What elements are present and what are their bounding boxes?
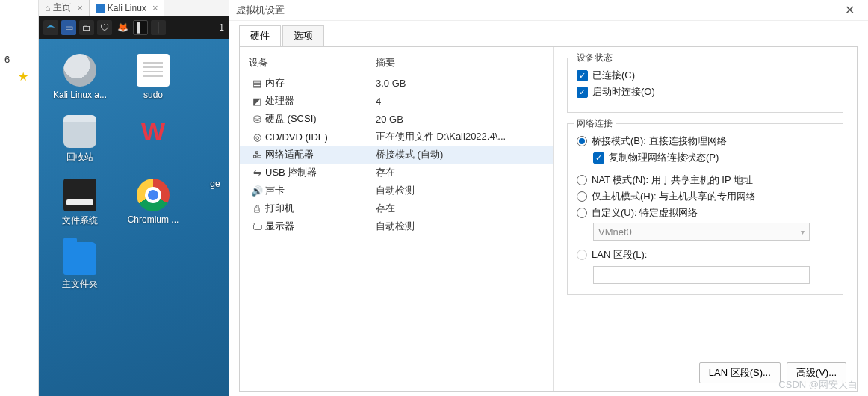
radio-custom[interactable] — [577, 208, 587, 218]
kali-taskbar: ▭ 🗀 🛡 🦊 ▌ │ 1 — [39, 16, 229, 39]
memory-icon: ▤ — [249, 78, 265, 89]
close-icon[interactable]: × — [77, 2, 83, 13]
close-icon[interactable]: × — [152, 2, 158, 13]
taskbar-terminal-icon[interactable]: ▌ — [133, 20, 148, 35]
taskbar-kali-icon[interactable] — [43, 20, 58, 35]
tab-options[interactable]: 选项 — [282, 25, 324, 46]
radio-lan-segment[interactable] — [577, 250, 587, 260]
group-title-state: 设备状态 — [574, 52, 616, 64]
label-hostonly: 仅主机模式(H): 与主机共享的专用网络 — [592, 190, 756, 203]
hardware-list: 设备 摘要 ▤内存3.0 GB ◩处理器4 ⛁硬盘 (SCSI)20 GB ◎C… — [240, 47, 554, 391]
desktop-icon-filesystem[interactable]: 文件系统 — [46, 179, 114, 227]
checkbox-connected[interactable]: ✓ — [577, 70, 588, 81]
desktop-icon-home[interactable]: 主文件夹 — [46, 242, 114, 291]
taskbar-clock: 1 — [219, 22, 224, 33]
group-title-network: 网络连接 — [574, 117, 616, 130]
checkbox-replicate-state[interactable]: ✓ — [593, 152, 604, 164]
checkbox-connect-poweron[interactable]: ✓ — [577, 87, 588, 98]
label-custom: 自定义(U): 特定虚拟网络 — [592, 206, 698, 220]
tab-home-label: 主页 — [53, 1, 71, 14]
cpu-icon: ◩ — [249, 96, 265, 107]
label-connected: 已连接(C) — [592, 69, 635, 82]
group-device-state: 设备状态 ✓已连接(C) ✓启动时连接(O) — [567, 58, 843, 113]
hardware-header: 设备 摘要 — [240, 53, 553, 74]
hw-row-display[interactable]: 🖵显示器自动检测 — [240, 217, 553, 235]
display-icon: 🖵 — [249, 221, 265, 232]
kali-desktop: ▭ 🗀 🛡 🦊 ▌ │ 1 Kali Linux a... sudo 回收站 W… — [39, 16, 229, 396]
label-nat: NAT 模式(N): 用于共享主机的 IP 地址 — [592, 173, 753, 187]
col-summary: 摘要 — [376, 56, 395, 69]
cd-icon: ◎ — [249, 132, 265, 143]
taskbar-sep-icon: │ — [151, 20, 166, 35]
taskbar-files-icon[interactable]: 🗀 — [79, 20, 94, 35]
taskbar-workspace-icon[interactable]: ▭ — [61, 20, 76, 35]
printer-icon: ⎙ — [249, 203, 265, 214]
radio-nat[interactable] — [577, 175, 587, 185]
star-icon[interactable]: ★ — [18, 69, 38, 84]
desktop-icon-sudo[interactable]: sudo — [120, 54, 187, 100]
hw-row-sound[interactable]: 🔊声卡自动检测 — [240, 182, 553, 199]
lan-segments-button[interactable]: LAN 区段(S)... — [699, 362, 781, 383]
group-network-connection: 网络连接 桥接模式(B): 直接连接物理网络 ✓复制物理网络连接状态(P) NA… — [567, 123, 843, 295]
desktop-icon-wcut[interactable]: W — [120, 115, 187, 164]
desktop-icon-trash[interactable]: 回收站 — [46, 115, 114, 164]
desktop-icon-kali-iso[interactable]: Kali Linux a... — [46, 54, 114, 100]
left-side-pane: 6 ★ — [0, 0, 39, 396]
disk-icon: ⛁ — [249, 114, 265, 125]
watermark: CSDN @网安大白 — [778, 378, 858, 392]
desktop-icon-chromium[interactable]: Chromium ... — [120, 179, 187, 227]
vm-settings-dialog: 虚拟机设置 ✕ 硬件 选项 设备 摘要 ▤内存3.0 GB ◩处理器4 ⛁硬盘 … — [229, 0, 868, 396]
dialog-titlebar: 虚拟机设置 ✕ — [229, 0, 868, 21]
kali-icon — [96, 4, 105, 13]
hw-row-printer[interactable]: ⎙打印机存在 — [240, 199, 553, 217]
tab-home[interactable]: ⌂ 主页 × — [39, 0, 90, 16]
dialog-title: 虚拟机设置 — [236, 4, 285, 17]
col-device: 设备 — [249, 56, 376, 69]
close-icon[interactable]: ✕ — [839, 1, 861, 19]
radio-bridged[interactable] — [577, 136, 587, 146]
select-lan-segment[interactable] — [593, 266, 810, 284]
dialog-body: 设备 摘要 ▤内存3.0 GB ◩处理器4 ⛁硬盘 (SCSI)20 GB ◎C… — [239, 46, 858, 392]
tab-hardware[interactable]: 硬件 — [239, 25, 281, 46]
hw-row-disk[interactable]: ⛁硬盘 (SCSI)20 GB — [240, 110, 553, 128]
taskbar-firefox-icon[interactable]: 🦊 — [115, 20, 130, 35]
hw-row-cpu[interactable]: ◩处理器4 — [240, 92, 553, 110]
tab-kali-label: Kali Linux — [108, 3, 146, 13]
select-vmnet[interactable]: VMnet0▾ — [593, 223, 810, 241]
page-number: 6 — [0, 51, 38, 68]
hw-row-memory[interactable]: ▤内存3.0 GB — [240, 74, 553, 92]
label-poweron: 启动时连接(O) — [592, 85, 655, 99]
select-vmnet-value: VMnet0 — [598, 226, 632, 238]
hw-row-usb[interactable]: ⇋USB 控制器存在 — [240, 164, 553, 182]
dialog-tabs: 硬件 选项 — [229, 21, 868, 46]
chevron-down-icon: ▾ — [801, 228, 805, 236]
label-lan-segment: LAN 区段(L): — [592, 248, 647, 262]
network-icon: 🖧 — [249, 149, 265, 161]
radio-hostonly[interactable] — [577, 191, 587, 202]
usb-icon: ⇋ — [249, 167, 265, 179]
hw-row-network[interactable]: 🖧网络适配器桥接模式 (自动) — [240, 146, 553, 164]
tab-kali[interactable]: Kali Linux × — [90, 0, 165, 16]
home-icon: ⌂ — [45, 3, 50, 13]
sound-icon: 🔊 — [249, 185, 265, 197]
desktop-grid: Kali Linux a... sudo 回收站 W 文件系统 Chromium… — [39, 39, 229, 306]
taskbar-app-icon[interactable]: 🛡 — [97, 20, 112, 35]
hw-row-cddvd[interactable]: ◎CD/DVD (IDE)正在使用文件 D:\Kail2022.4\... — [240, 128, 553, 146]
label-replicate-state: 复制物理网络连接状态(P) — [609, 151, 719, 164]
settings-panel: 设备状态 ✓已连接(C) ✓启动时连接(O) 网络连接 桥接模式(B): 直接连… — [554, 47, 857, 391]
label-bridged: 桥接模式(B): 直接连接物理网络 — [592, 134, 727, 148]
